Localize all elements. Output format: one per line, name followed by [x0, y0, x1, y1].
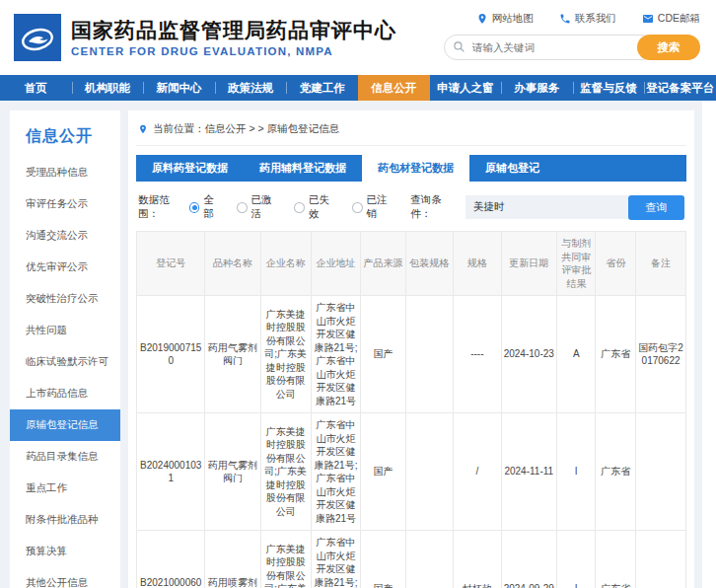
tab-packaging-registration[interactable]: 药包材登记数据	[362, 155, 469, 187]
nav-item-news[interactable]: 新闻中心	[143, 75, 215, 101]
table-cell	[636, 531, 686, 588]
scope-label: 数据范围：	[138, 193, 189, 221]
table-cell: 广东美捷时控股股份有限公司;广东美捷时控股股份有限公司	[260, 531, 311, 588]
table-cell: B20240001031	[137, 413, 205, 531]
location-pin-icon	[138, 123, 148, 135]
header-utilities: 网站地图 联系我们 CDE邮箱 搜索	[404, 12, 700, 60]
table-row: B20240001031药用气雾剂阀门广东美捷时控股股份有限公司;广东美捷时控股…	[137, 413, 686, 531]
column-header: 备注	[636, 232, 686, 296]
column-header: 产品来源	[361, 232, 405, 296]
sidebar-item-key-work[interactable]: 重点工作	[10, 473, 120, 504]
cde-mail-link-label: CDE邮箱	[658, 12, 700, 26]
radio-cancelled[interactable]: 已注销	[352, 193, 396, 221]
sitemap-link[interactable]: 网站地图	[476, 12, 534, 26]
sidebar-item-accepted-varieties[interactable]: 受理品种信息	[10, 157, 120, 188]
search-icon	[453, 40, 465, 53]
table-row: B20190007150药用气雾剂阀门广东美捷时控股股份有限公司;广东美捷时控股…	[137, 296, 686, 413]
table-cell	[405, 531, 454, 588]
radio-expired[interactable]: 已失效	[294, 193, 338, 221]
column-header: 与制剂共同审评审批结果	[556, 232, 596, 296]
table-cell: 国产	[361, 531, 405, 588]
header-search: 搜索	[404, 35, 700, 60]
nav-item-registration-platform[interactable]: 登记备案平台	[644, 75, 716, 101]
query-button[interactable]: 查询	[628, 195, 684, 220]
results-table-head-row: 登记号品种名称企业名称企业地址产品来源包装规格规格更新日期与制剂共同审评审批结果…	[137, 232, 686, 296]
tab-excipient-registration[interactable]: 药用辅料登记数据	[244, 155, 362, 182]
table-cell: 广东省中山市火炬开发区健康路21号;广东省中山市火炬开发区健康路21号	[311, 531, 361, 588]
table-row: B20210000603药用喷雾剂泵广东美捷时控股股份有限公司;广东美捷时控股股…	[137, 531, 686, 588]
sidebar-item-conditional-approval[interactable]: 附条件批准品种	[10, 504, 120, 536]
site-titles: 国家药品监督管理局药品审评中心 CENTER FOR DRUG EVALUATI…	[71, 18, 396, 57]
site-title-en: CENTER FOR DRUG EVALUATION, NMPA	[71, 45, 396, 57]
scope-radio-group: 全部 已激活 已失效 已注销	[189, 193, 397, 221]
radio-icon	[189, 202, 200, 213]
table-cell: 广东省中山市火炬开发区健康路21号;广东省中山市火炬开发区健康路21号	[311, 296, 361, 413]
phone-icon	[559, 13, 571, 25]
cde-logo-icon	[14, 14, 61, 61]
nav-item-info-disclosure[interactable]: 信息公开	[358, 75, 430, 101]
column-header: 包装规格	[405, 232, 454, 296]
sidebar-item-common-issues[interactable]: 共性问题	[10, 315, 120, 346]
sidebar-item-excipient-packaging-registration[interactable]: 原辅包登记信息	[10, 409, 120, 441]
nav-item-policies[interactable]: 政策法规	[215, 75, 287, 101]
keyword-search-input[interactable]	[444, 35, 655, 60]
filter-row: 数据范围： 全部 已激活 已失效 已注销 查询条	[138, 193, 684, 221]
contact-link[interactable]: 联系我们	[559, 12, 616, 26]
radio-expired-label: 已失效	[309, 193, 339, 221]
tab-api-registration[interactable]: 原料药登记数据	[136, 155, 244, 182]
sidebar-item-clinical-trial-implied-license[interactable]: 临床试验默示许可	[10, 346, 120, 378]
header-search-button[interactable]: 搜索	[637, 35, 700, 60]
radio-activated-label: 已激活	[251, 193, 282, 221]
nav-item-applicant-window[interactable]: 申请人之窗	[430, 75, 502, 101]
results-table-body: B20190007150药用气雾剂阀门广东美捷时控股股份有限公司;广东美捷时控股…	[137, 296, 686, 588]
table-cell: 广东省	[596, 413, 636, 531]
column-header: 更新日期	[501, 232, 556, 296]
nav-item-services[interactable]: 办事服务	[501, 75, 573, 101]
radio-all[interactable]: 全部	[189, 193, 224, 221]
page-body: 信息公开 受理品种信息 审评任务公示 沟通交流公示 优先审评公示 突破性治疗公示…	[0, 101, 702, 588]
table-cell: 广东省	[596, 531, 636, 588]
column-header: 品种名称	[205, 232, 260, 296]
sidebar-item-breakthrough-therapy[interactable]: 突破性治疗公示	[10, 283, 120, 315]
sidebar-item-other-public-info[interactable]: 其他公开信息	[10, 567, 120, 588]
radio-all-label: 全部	[203, 193, 223, 221]
results-table-head: 登记号品种名称企业名称企业地址产品来源包装规格规格更新日期与制剂共同审评审批结果…	[137, 232, 686, 296]
quick-links: 网站地图 联系我们 CDE邮箱	[404, 12, 700, 26]
cde-mail-link[interactable]: CDE邮箱	[642, 12, 700, 26]
nav-item-party-building[interactable]: 党建工作	[286, 75, 358, 101]
sidebar-item-marketed-drugs[interactable]: 上市药品信息	[10, 378, 120, 409]
table-cell	[636, 413, 686, 531]
table-cell: 药用喷雾剂泵	[205, 531, 260, 588]
sidebar-item-drug-catalog[interactable]: 药品目录集信息	[10, 441, 120, 473]
table-cell: 广东省	[596, 296, 636, 413]
nav-item-functions[interactable]: 机构职能	[72, 75, 144, 101]
sidebar-item-priority-review[interactable]: 优先审评公示	[10, 252, 120, 283]
table-cell: 封杯款	[454, 531, 502, 588]
table-cell: 药用气雾剂阀门	[205, 296, 260, 413]
nav-item-home[interactable]: 首页	[0, 75, 72, 101]
nav-item-supervision-feedback[interactable]: 监督与反馈	[573, 75, 645, 101]
table-cell: 2024-09-29	[501, 531, 556, 588]
sidebar-item-review-tasks[interactable]: 审评任务公示	[10, 188, 120, 220]
table-cell: A	[556, 296, 596, 413]
content-panel: 当前位置：信息公开 > > 原辅包登记信息 原料药登记数据 药用辅料登记数据 药…	[128, 110, 694, 588]
table-cell: I	[556, 413, 596, 531]
query-condition-input[interactable]	[465, 195, 628, 219]
query-condition-label: 查询条件：	[410, 193, 462, 221]
table-cell: 药用气雾剂阀门	[205, 413, 260, 531]
column-header: 规格	[454, 232, 502, 296]
tab-excipient-packaging[interactable]: 原辅包登记	[469, 155, 555, 182]
table-cell	[405, 413, 454, 531]
site-header: 国家药品监督管理局药品审评中心 CENTER FOR DRUG EVALUATI…	[0, 0, 716, 75]
sidebar-item-communication[interactable]: 沟通交流公示	[10, 220, 120, 252]
sidebar-item-budget[interactable]: 预算决算	[10, 536, 120, 567]
table-cell: 2024-10-23	[501, 296, 556, 413]
table-cell: 广东省中山市火炬开发区健康路21号;广东省中山市火炬开发区健康路21号	[311, 413, 361, 531]
sidebar-title: 信息公开	[10, 110, 120, 157]
table-cell: 广东美捷时控股股份有限公司;广东美捷时控股股份有限公司	[260, 413, 311, 531]
table-cell: /	[454, 413, 502, 531]
table-cell: 2024-11-11	[501, 413, 556, 531]
table-cell: B20190007150	[137, 296, 205, 413]
table-cell: 广东美捷时控股股份有限公司;广东美捷时控股股份有限公司	[260, 296, 311, 413]
radio-activated[interactable]: 已激活	[237, 193, 281, 221]
